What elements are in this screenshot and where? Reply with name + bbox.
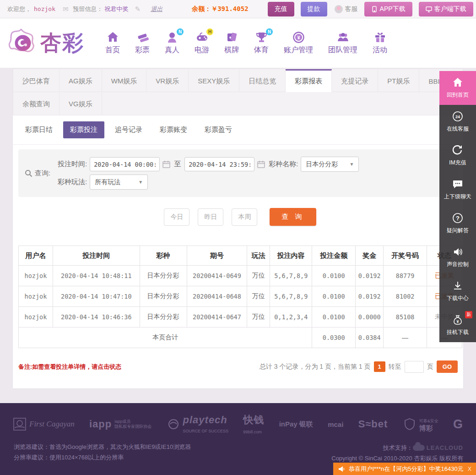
tab-vg[interactable]: VG娱乐 <box>60 92 102 115</box>
tab-pt[interactable]: PT娱乐 <box>378 69 419 92</box>
sidebar-item-label: IM充值 <box>449 159 466 167</box>
calendar-icon[interactable] <box>257 160 265 168</box>
cell-issue: 20200414-0647 <box>187 307 247 328</box>
mail-icon[interactable]: ✉ <box>63 5 69 13</box>
cell-username: hozjok <box>19 266 53 286</box>
cell-lottery: 日本分分彩 <box>140 286 187 307</box>
tab-balance-query[interactable]: 余额查询 <box>13 92 60 115</box>
nav-item-account[interactable]: ¥ 账户管理 <box>284 31 313 55</box>
current-page-badge[interactable]: 1 <box>374 361 385 372</box>
chevron-down-icon: ▼ <box>138 180 143 185</box>
service-avatar-icon <box>335 5 343 13</box>
tab-daily-overview[interactable]: 日结总览 <box>239 69 286 92</box>
summary-prize: 0.0384 <box>356 328 384 348</box>
time-to-input[interactable] <box>184 157 254 171</box>
this-week-button[interactable]: 本周 <box>232 208 257 226</box>
logo-text: 快钱 <box>243 414 264 426</box>
logo-caption: 可靠&安全 <box>419 419 438 423</box>
logout-link[interactable]: 退出 <box>151 5 162 13</box>
tab-ag[interactable]: AG娱乐 <box>60 69 102 92</box>
nav-item-cards[interactable]: 棋牌 <box>224 31 239 55</box>
new-badge: N <box>266 28 273 35</box>
sidebar-item-download-center[interactable]: 下载中心 <box>439 274 476 308</box>
sidebar-item-sound[interactable]: 声音控制 <box>439 240 476 274</box>
winner-notice-text: 恭喜用户l***n在【河内5分彩】中奖16430元 <box>349 465 464 473</box>
client-download-button[interactable]: 客户端下载 <box>419 2 473 16</box>
tab-sexy[interactable]: SEXY娱乐 <box>189 69 239 92</box>
lottery-name-select[interactable]: 日本分分彩▼ <box>301 157 359 172</box>
trophy-icon <box>255 31 268 44</box>
logo-text: mcai <box>328 420 343 428</box>
nav-label: 团队管理 <box>328 45 357 55</box>
subtab-lottery-profit-loss[interactable]: 彩票盈亏 <box>198 121 239 138</box>
nav-item-live[interactable]: N 真人 <box>165 31 179 55</box>
cell-bet-time: 2020-04-14 10:47:10 <box>53 286 140 307</box>
search-panel: 查询: 投注时间: 至 彩种名称: 日本分分彩▼ 彩种玩法: 所有玩法▼ <box>18 149 458 197</box>
tab-vr[interactable]: VR娱乐 <box>146 69 189 92</box>
cell-bet-time: 2020-04-14 10:46:36 <box>53 307 140 328</box>
nav-label: 账户管理 <box>284 45 313 55</box>
subtab-lottery-account-change[interactable]: 彩票账变 <box>153 121 194 138</box>
page-label: 页 <box>427 363 433 371</box>
gamepad-icon <box>196 31 208 44</box>
sidebar-item-label: 挂机下载 <box>447 328 469 336</box>
col-content: 投注内容 <box>270 246 312 266</box>
sidebar-item-label: 上下级聊天 <box>444 193 471 201</box>
nav-item-home[interactable]: 首页 <box>105 31 120 55</box>
logo-caption: 99bill.com <box>243 430 262 434</box>
tab-wm[interactable]: WM娱乐 <box>102 69 147 92</box>
search-legend-label: 查询: <box>35 169 50 178</box>
logo-99bill: 快钱99bill.com <box>243 413 264 435</box>
team-icon <box>337 31 349 44</box>
nav-item-promotions[interactable]: 活动 <box>373 31 387 55</box>
cell-prize: 0.0192 <box>356 286 384 307</box>
tab-row-2: 余额查询 VG娱乐 <box>13 92 463 115</box>
sidebar-item-hangup-download[interactable]: 新 ¥ 挂机下载 <box>439 308 476 342</box>
sidebar-item-chat[interactable]: 上下级聊天 <box>439 173 476 207</box>
today-button[interactable]: 今日 <box>164 208 189 226</box>
hot-badge: H <box>206 28 213 35</box>
bets-table: 用户名 投注时间 彩种 期号 玩法 投注内容 投注金额 奖金 开奖号码 状态 h… <box>18 246 462 348</box>
customer-service[interactable]: 客服 <box>335 5 358 13</box>
sidebar-item-faq[interactable]: ? 疑问解答 <box>439 207 476 240</box>
tab-lottery-report[interactable]: 彩票报表 <box>286 69 332 92</box>
subtab-lottery-bets[interactable]: 彩票投注 <box>63 121 104 138</box>
nav-label: 电游 <box>195 45 209 55</box>
subtab-lottery-daily[interactable]: 彩票日结 <box>18 121 60 138</box>
col-lottery: 彩种 <box>140 246 187 266</box>
cell-draw-number: 88779 <box>384 266 427 286</box>
nav-item-sports[interactable]: N 体育 <box>254 31 269 55</box>
recharge-button[interactable]: 充值 <box>268 2 294 16</box>
close-icon[interactable]: X <box>468 466 471 472</box>
app-download-button[interactable]: APP下载 <box>364 2 412 16</box>
search-submit-button[interactable]: 查 询 <box>270 208 316 226</box>
go-button[interactable]: GO <box>437 360 458 373</box>
yesterday-button[interactable]: 昨日 <box>198 208 223 226</box>
goto-label: 转至 <box>389 363 401 371</box>
subtab-chase-records[interactable]: 追号记录 <box>108 121 149 138</box>
cell-lottery: 日本分分彩 <box>140 307 187 328</box>
time-from-input[interactable] <box>90 157 160 171</box>
nav-item-team[interactable]: 团队管理 <box>328 31 357 55</box>
note-text: 备注:如需查看投注单详情，请点击状态 <box>18 363 121 371</box>
sidebar-item-im-recharge[interactable]: IM充值 <box>439 139 476 173</box>
brand-logo[interactable]: 杏彩 <box>8 28 84 58</box>
edit-icon[interactable]: ✎ <box>135 5 141 13</box>
svg-text:?: ? <box>456 215 460 222</box>
tab-shaba-sports[interactable]: 沙巴体育 <box>13 69 60 92</box>
phone-icon <box>371 6 378 12</box>
play-type-select[interactable]: 所有玩法▼ <box>90 175 148 190</box>
calendar-icon[interactable] <box>162 160 170 168</box>
nav-item-egames[interactable]: H 电游 <box>195 31 209 55</box>
lottery-name-label: 彩种名称: <box>269 160 298 169</box>
tab-deposit-withdraw-record[interactable]: 充提记录 <box>332 69 378 92</box>
sidebar-item-online-service[interactable]: 24 在线客服 <box>439 105 476 139</box>
goto-page-input[interactable] <box>405 361 424 373</box>
speaker-icon <box>452 246 463 257</box>
sidebar-item-back-home[interactable]: 回到首页 <box>439 71 476 105</box>
chat-icon <box>452 179 463 190</box>
col-draw-number: 开奖号码 <box>384 246 427 266</box>
nav-item-lottery[interactable]: 彩票 <box>135 31 150 55</box>
withdraw-button[interactable]: 提款 <box>301 2 327 16</box>
table-row: hozjok 2020-04-14 10:46:36 日本分分彩 2020041… <box>19 307 462 328</box>
